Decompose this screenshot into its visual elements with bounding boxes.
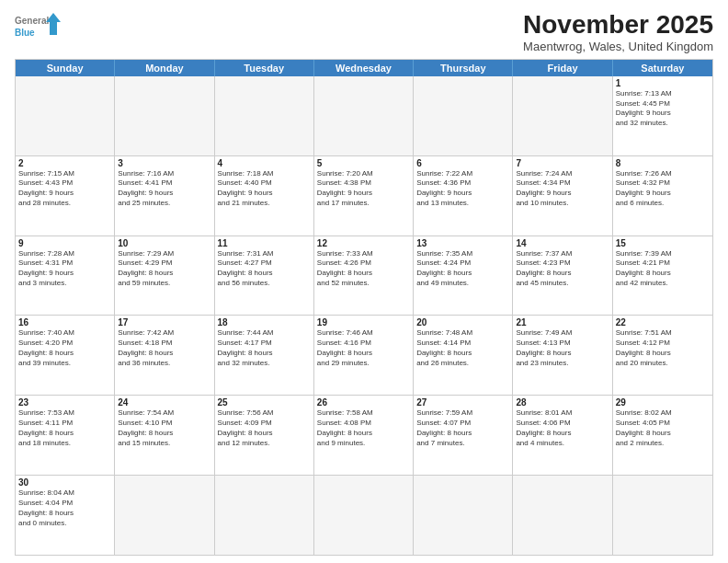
header: General Blue November 2025 Maentwrog, Wa… bbox=[15, 11, 713, 53]
cal-cell-2-3: 12Sunrise: 7:33 AM Sunset: 4:26 PM Dayli… bbox=[314, 236, 414, 316]
day-number: 29 bbox=[616, 397, 710, 408]
day-number: 16 bbox=[18, 317, 111, 327]
cal-cell-3-4: 20Sunrise: 7:48 AM Sunset: 4:14 PM Dayli… bbox=[414, 316, 513, 395]
cell-info: Sunrise: 7:29 AM Sunset: 4:29 PM Dayligh… bbox=[118, 249, 210, 289]
day-number: 24 bbox=[118, 397, 210, 408]
day-number: 14 bbox=[516, 238, 609, 248]
cal-cell-0-4 bbox=[414, 76, 513, 155]
cal-cell-5-3 bbox=[314, 476, 414, 555]
cal-cell-3-3: 19Sunrise: 7:46 AM Sunset: 4:16 PM Dayli… bbox=[314, 316, 414, 395]
day-number: 11 bbox=[218, 238, 311, 248]
header-monday: Monday bbox=[115, 60, 214, 76]
cell-info: Sunrise: 7:28 AM Sunset: 4:31 PM Dayligh… bbox=[18, 249, 111, 289]
cal-cell-0-5 bbox=[513, 76, 612, 155]
day-number: 30 bbox=[18, 477, 111, 488]
day-number: 23 bbox=[18, 397, 111, 408]
cell-info: Sunrise: 7:37 AM Sunset: 4:23 PM Dayligh… bbox=[516, 249, 609, 289]
cell-info: Sunrise: 7:13 AM Sunset: 4:45 PM Dayligh… bbox=[616, 89, 710, 129]
cell-info: Sunrise: 7:40 AM Sunset: 4:20 PM Dayligh… bbox=[18, 328, 111, 368]
main-title: November 2025 bbox=[523, 11, 713, 40]
day-number: 7 bbox=[516, 158, 609, 168]
cell-info: Sunrise: 7:46 AM Sunset: 4:16 PM Dayligh… bbox=[317, 328, 410, 368]
cal-cell-5-1 bbox=[115, 476, 214, 555]
cal-cell-5-6 bbox=[613, 476, 712, 555]
day-number: 4 bbox=[218, 158, 311, 168]
calendar: Sunday Monday Tuesday Wednesday Thursday… bbox=[15, 59, 713, 556]
cal-row-0: 1Sunrise: 7:13 AM Sunset: 4:45 PM Daylig… bbox=[16, 76, 712, 156]
cell-info: Sunrise: 7:18 AM Sunset: 4:40 PM Dayligh… bbox=[218, 169, 311, 209]
cal-cell-5-4 bbox=[414, 476, 513, 555]
cal-cell-3-1: 17Sunrise: 7:42 AM Sunset: 4:18 PM Dayli… bbox=[115, 316, 214, 395]
day-number: 2 bbox=[18, 158, 111, 168]
cell-info: Sunrise: 7:59 AM Sunset: 4:07 PM Dayligh… bbox=[416, 408, 509, 448]
cal-cell-2-2: 11Sunrise: 7:31 AM Sunset: 4:27 PM Dayli… bbox=[215, 236, 314, 316]
cal-cell-3-6: 22Sunrise: 7:51 AM Sunset: 4:12 PM Dayli… bbox=[613, 316, 712, 395]
cell-info: Sunrise: 7:33 AM Sunset: 4:26 PM Dayligh… bbox=[317, 249, 410, 289]
day-number: 3 bbox=[118, 158, 210, 168]
cal-cell-2-5: 14Sunrise: 7:37 AM Sunset: 4:23 PM Dayli… bbox=[513, 236, 612, 316]
logo-svg: General Blue bbox=[15, 11, 61, 46]
day-number: 6 bbox=[416, 158, 509, 168]
cell-info: Sunrise: 7:54 AM Sunset: 4:10 PM Dayligh… bbox=[118, 408, 210, 448]
svg-text:General: General bbox=[15, 16, 49, 26]
day-number: 18 bbox=[218, 317, 311, 327]
svg-text:Blue: Blue bbox=[15, 28, 35, 38]
day-number: 19 bbox=[317, 317, 410, 327]
cal-cell-0-1 bbox=[115, 76, 214, 155]
day-number: 22 bbox=[616, 317, 710, 327]
day-number: 1 bbox=[616, 78, 710, 88]
day-number: 25 bbox=[218, 397, 311, 408]
day-number: 20 bbox=[416, 317, 509, 327]
cell-info: Sunrise: 7:44 AM Sunset: 4:17 PM Dayligh… bbox=[218, 328, 311, 368]
cell-info: Sunrise: 8:02 AM Sunset: 4:05 PM Dayligh… bbox=[616, 408, 710, 448]
day-number: 9 bbox=[18, 238, 111, 248]
cal-cell-1-3: 5Sunrise: 7:20 AM Sunset: 4:38 PM Daylig… bbox=[314, 156, 414, 236]
day-number: 27 bbox=[416, 397, 509, 408]
day-number: 28 bbox=[516, 397, 609, 408]
cell-info: Sunrise: 7:56 AM Sunset: 4:09 PM Dayligh… bbox=[218, 408, 311, 448]
cell-info: Sunrise: 7:51 AM Sunset: 4:12 PM Dayligh… bbox=[616, 328, 710, 368]
cal-cell-0-3 bbox=[314, 76, 414, 155]
cal-cell-4-1: 24Sunrise: 7:54 AM Sunset: 4:10 PM Dayli… bbox=[115, 396, 214, 475]
day-number: 13 bbox=[416, 238, 509, 248]
cell-info: Sunrise: 7:15 AM Sunset: 4:43 PM Dayligh… bbox=[18, 169, 111, 209]
header-tuesday: Tuesday bbox=[215, 60, 314, 76]
cell-info: Sunrise: 7:49 AM Sunset: 4:13 PM Dayligh… bbox=[516, 328, 609, 368]
cell-info: Sunrise: 7:16 AM Sunset: 4:41 PM Dayligh… bbox=[118, 169, 210, 209]
day-number: 17 bbox=[118, 317, 210, 327]
cal-row-3: 16Sunrise: 7:40 AM Sunset: 4:20 PM Dayli… bbox=[16, 316, 712, 396]
cal-cell-4-6: 29Sunrise: 8:02 AM Sunset: 4:05 PM Dayli… bbox=[613, 396, 712, 475]
header-thursday: Thursday bbox=[414, 60, 513, 76]
page: General Blue November 2025 Maentwrog, Wa… bbox=[0, 0, 728, 563]
cal-cell-4-2: 25Sunrise: 7:56 AM Sunset: 4:09 PM Dayli… bbox=[215, 396, 314, 475]
cal-cell-0-6: 1Sunrise: 7:13 AM Sunset: 4:45 PM Daylig… bbox=[613, 76, 712, 155]
cal-cell-2-0: 9Sunrise: 7:28 AM Sunset: 4:31 PM Daylig… bbox=[16, 236, 115, 316]
cal-cell-0-2 bbox=[215, 76, 314, 155]
cal-cell-2-6: 15Sunrise: 7:39 AM Sunset: 4:21 PM Dayli… bbox=[613, 236, 712, 316]
cell-info: Sunrise: 7:42 AM Sunset: 4:18 PM Dayligh… bbox=[118, 328, 210, 368]
cal-cell-4-4: 27Sunrise: 7:59 AM Sunset: 4:07 PM Dayli… bbox=[414, 396, 513, 475]
day-number: 15 bbox=[616, 238, 710, 248]
day-number: 26 bbox=[317, 397, 410, 408]
cal-cell-5-2 bbox=[215, 476, 314, 555]
cal-cell-1-0: 2Sunrise: 7:15 AM Sunset: 4:43 PM Daylig… bbox=[16, 156, 115, 236]
cal-cell-5-0: 30Sunrise: 8:04 AM Sunset: 4:04 PM Dayli… bbox=[16, 476, 115, 555]
cell-info: Sunrise: 7:35 AM Sunset: 4:24 PM Dayligh… bbox=[416, 249, 509, 289]
header-wednesday: Wednesday bbox=[314, 60, 414, 76]
cal-cell-3-5: 21Sunrise: 7:49 AM Sunset: 4:13 PM Dayli… bbox=[513, 316, 612, 395]
subtitle: Maentwrog, Wales, United Kingdom bbox=[523, 40, 713, 53]
cal-cell-3-2: 18Sunrise: 7:44 AM Sunset: 4:17 PM Dayli… bbox=[215, 316, 314, 395]
title-block: November 2025 Maentwrog, Wales, United K… bbox=[523, 11, 713, 53]
cell-info: Sunrise: 7:31 AM Sunset: 4:27 PM Dayligh… bbox=[218, 249, 311, 289]
cal-cell-3-0: 16Sunrise: 7:40 AM Sunset: 4:20 PM Dayli… bbox=[16, 316, 115, 395]
cal-row-1: 2Sunrise: 7:15 AM Sunset: 4:43 PM Daylig… bbox=[16, 156, 712, 236]
cell-info: Sunrise: 8:01 AM Sunset: 4:06 PM Dayligh… bbox=[516, 408, 609, 448]
cell-info: Sunrise: 7:20 AM Sunset: 4:38 PM Dayligh… bbox=[317, 169, 410, 209]
cell-info: Sunrise: 7:53 AM Sunset: 4:11 PM Dayligh… bbox=[18, 408, 111, 448]
cal-cell-5-5 bbox=[513, 476, 612, 555]
cal-cell-1-5: 7Sunrise: 7:24 AM Sunset: 4:34 PM Daylig… bbox=[513, 156, 612, 236]
cell-info: Sunrise: 7:58 AM Sunset: 4:08 PM Dayligh… bbox=[317, 408, 410, 448]
cal-cell-1-2: 4Sunrise: 7:18 AM Sunset: 4:40 PM Daylig… bbox=[215, 156, 314, 236]
cal-cell-1-4: 6Sunrise: 7:22 AM Sunset: 4:36 PM Daylig… bbox=[414, 156, 513, 236]
header-friday: Friday bbox=[513, 60, 612, 76]
